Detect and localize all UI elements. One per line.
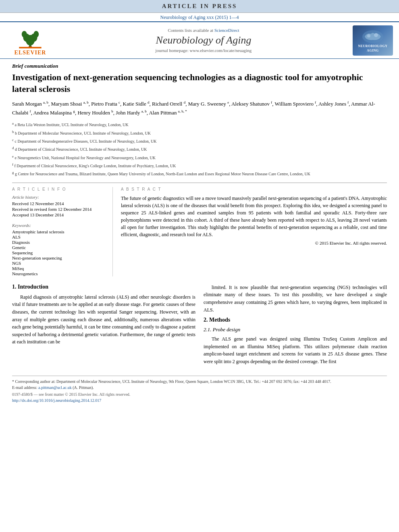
brain-icon (361, 28, 385, 44)
svg-rect-7 (19, 47, 41, 48)
separator (12, 183, 387, 183)
elsevier-label: ELSEVIER (15, 50, 46, 56)
abstract-col: A B S T R A C T The future of genetic di… (121, 187, 387, 276)
keyword-7: NGS (12, 261, 106, 266)
journal-homepage: journal homepage: www.elsevier.com/locat… (56, 48, 351, 53)
svg-point-4 (22, 31, 27, 38)
body-left-col: 1. Introduction Rapid diagnosis of amyot… (12, 284, 195, 369)
journal-title: Neurobiology of Aging (56, 34, 351, 46)
svg-point-5 (33, 31, 39, 38)
affiliation-e: e e Neurogenetics Unit, National Hospita… (12, 154, 387, 161)
revised-date: Received in revised form 12 December 201… (12, 207, 106, 212)
elsevier-logo-container: ELSEVIER (4, 25, 56, 56)
keyword-6: Next-generation sequencing (12, 256, 106, 260)
methods-heading: 2. Methods (204, 317, 387, 323)
body-content: 1. Introduction Rapid diagnosis of amyot… (12, 284, 387, 369)
accepted-date: Accepted 13 December 2014 (12, 212, 106, 217)
email-footnote: E-mail address: a.pittman@ucl.ac.uk (A. … (12, 384, 387, 391)
elsevier-tree-icon (18, 25, 42, 49)
probe-design-text: The ALS gene panel was designed using Il… (204, 335, 387, 365)
keywords-section: Keywords: Amyotrophic lateral sclerosis … (12, 223, 106, 276)
article-info-heading: A R T I C L E I N F O (12, 187, 106, 191)
body-right-text-1: limited. It is now plausible that next-g… (204, 284, 387, 314)
received-date: Received 12 November 2014 (12, 201, 106, 206)
sciencedirect-link[interactable]: ScienceDirect (214, 28, 239, 33)
probe-design-heading: 2.1. Probe design (204, 326, 387, 333)
issn-line: 0197-4580/$ — see front matter © 2015 El… (12, 392, 387, 397)
affiliation-f: f f Department of Clinical Neuroscience,… (12, 162, 387, 169)
keyword-2: ALS (12, 235, 106, 239)
keywords-title: Keywords: (12, 223, 106, 228)
copyright-line: © 2015 Elsevier Inc. All rights reserved… (121, 241, 387, 245)
body-right-col: limited. It is now plausible that next-g… (204, 284, 387, 369)
keyword-8: MiSeq (12, 266, 106, 271)
introduction-heading: 1. Introduction (12, 284, 195, 290)
article-info-col: A R T I C L E I N F O Article history: R… (12, 187, 113, 276)
article-in-press-banner: ARTICLE IN PRESS (0, 0, 399, 13)
footer-section: * Corresponding author at: Department of… (12, 376, 387, 403)
contents-label: Contents lists available at (168, 28, 213, 33)
keyword-3: Diagnosis (12, 240, 106, 245)
affiliation-d: d d Department of Clinical Neuroscience,… (12, 145, 387, 153)
abstract-text: The future of genetic diagnostics will s… (121, 195, 387, 238)
affiliation-c: c c Department of Neurodegenerative Dise… (12, 137, 387, 145)
keyword-5: Sequencing (12, 250, 106, 255)
article-history-label: Article history: (12, 195, 106, 200)
neuro-logo-text: NEUROBIOLOGY AGING (358, 44, 387, 53)
article-type: Brief communication (12, 63, 387, 69)
sciencedirect-line: Contents lists available at ScienceDirec… (56, 28, 351, 33)
corresponding-author-note: * Corresponding author at: Department of… (12, 378, 387, 384)
affiliation-b: b b Department of Molecular Neuroscience… (12, 129, 387, 137)
doi-link[interactable]: http://dx.doi.org/10.1016/j.neurobiolagi… (12, 398, 387, 403)
affiliation-a: a a Reta Lila Weston Institute, UCL Inst… (12, 121, 387, 128)
neurobiology-logo: NEUROBIOLOGY AGING (353, 25, 393, 56)
abstract-heading: A B S T R A C T (121, 187, 387, 191)
neurobiology-logo-container: NEUROBIOLOGY AGING (351, 25, 395, 56)
journal-title-container: Contents lists available at ScienceDirec… (56, 28, 351, 53)
introduction-text: Rapid diagnosis of amyotrophic lateral s… (12, 293, 195, 346)
email-link[interactable]: a.pittman@ucl.ac.uk (38, 385, 72, 390)
affiliations: a a Reta Lila Weston Institute, UCL Inst… (12, 121, 387, 177)
main-content: Brief communication Investigation of nex… (0, 59, 399, 407)
journal-header: ELSEVIER Contents lists available at Sci… (0, 21, 399, 59)
info-abstract-section: A R T I C L E I N F O Article history: R… (12, 187, 387, 276)
affiliation-g: g g Centre for Neuroscience and Trauma, … (12, 170, 387, 177)
keyword-1: Amyotrophic lateral sclerosis (12, 229, 106, 234)
svg-point-9 (367, 34, 370, 37)
keyword-4: Genetic (12, 245, 106, 250)
authors-line: Sarah Morgan a, b, Maryam Shoai a, b, Pi… (12, 100, 387, 117)
svg-point-10 (374, 33, 378, 37)
article-title: Investigation of next-generation sequenc… (12, 72, 387, 95)
keyword-9: Neurogenetics (12, 271, 106, 276)
journal-reference: Neurobiology of Aging xxx (2015) 1—4 (0, 13, 399, 21)
